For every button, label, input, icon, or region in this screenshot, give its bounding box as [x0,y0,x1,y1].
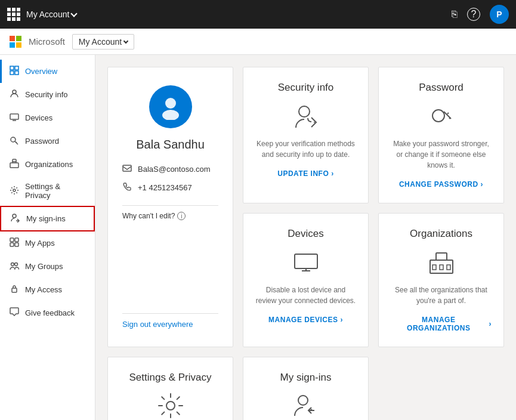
sidebar-item-my-access[interactable]: My Access [0,278,95,301]
manage-organizations-link[interactable]: MANAGE ORGANIZATIONS › [391,316,492,332]
manage-devices-link[interactable]: MANAGE DEVICES › [268,316,343,324]
manage-organizations-arrow: › [489,320,492,328]
security-info-title: Security info [278,82,334,94]
svg-point-16 [15,263,18,266]
sidebar-item-password[interactable]: Password [0,129,95,153]
security-info-icon [291,101,321,132]
security-info-icon [10,89,19,100]
account-dropdown[interactable]: My Account [26,10,76,19]
update-info-arrow: › [331,169,334,178]
sidebar-my-access-label: My Access [25,285,62,294]
sub-account-chevron-icon [123,38,128,43]
sidebar-item-give-feedback[interactable]: Give feedback [0,301,95,325]
profile-avatar [149,85,192,128]
top-bar: My Account ⎘ ? P [0,0,516,29]
svg-rect-25 [430,260,453,273]
svg-point-18 [165,98,176,109]
settings-card-icon [156,391,186,420]
profile-card: Bala Sandhu BalaS@contoso.com +1 4251234… [107,67,233,347]
account-name-label: My Account [26,10,69,19]
layout: Overview Security info Devices Password [0,55,516,420]
sidebar-item-my-sign-ins[interactable]: My sign-ins [0,206,95,231]
give-feedback-icon [10,307,19,319]
user-avatar[interactable]: P [490,5,509,24]
profile-phone: +1 4251234567 [138,183,192,192]
svg-rect-3 [15,71,18,75]
top-bar-right: ⎘ ? P [452,5,509,24]
sidebar-settings-label: Settings & Privacy [25,182,85,200]
devices-icon [10,112,19,123]
svg-rect-20 [123,165,131,171]
microsoft-brand-label: Microsoft [29,36,65,47]
svg-rect-2 [10,71,14,75]
sidebar-item-security-info[interactable]: Security info [0,83,95,106]
svg-rect-0 [10,66,14,70]
sidebar-item-organizations[interactable]: Organizations [0,153,95,176]
change-password-arrow: › [481,180,484,189]
cards-grid: Bala Sandhu BalaS@contoso.com +1 4251234… [107,67,504,420]
avatar-icon [157,94,184,120]
help-icon[interactable]: ? [467,8,480,21]
profile-email-row: BalaS@contoso.com [122,163,218,175]
my-apps-icon [10,237,19,249]
svg-rect-1 [15,66,18,70]
manage-devices-arrow: › [340,316,343,324]
my-groups-icon [10,261,19,272]
my-signins-card-icon [291,391,321,420]
my-signins-card-title: My sign-ins [280,372,332,384]
svg-rect-11 [10,238,14,242]
waffle-icon[interactable] [7,8,20,21]
svg-point-4 [13,90,16,94]
change-password-link[interactable]: CHANGE PASSWORD › [399,180,483,189]
password-card-title: Password [419,82,464,94]
sidebar-my-signins-label: My sign-ins [26,214,66,223]
security-info-card: Security info Keep your verification met… [243,67,369,203]
main-content: Bala Sandhu BalaS@contoso.com +1 4251234… [95,55,516,420]
svg-point-15 [11,263,14,266]
svg-point-22 [314,122,315,123]
svg-rect-14 [15,243,18,246]
settings-privacy-card: Settings & Privacy Personalize your acco… [107,357,233,420]
sign-out-everywhere-link[interactable]: Sign out everywhere [122,320,193,329]
settings-card-title: Settings & Privacy [129,372,212,384]
svg-rect-5 [10,114,18,119]
organizations-card-desc: See all the organizations that you're a … [391,285,492,306]
password-card: Password Make your password stronger, or… [378,67,504,203]
my-signins-card: My sign-ins See when and where you've si… [243,357,369,420]
devices-card-desc: Disable a lost device and review your co… [255,285,356,306]
sidebar-my-groups-label: My Groups [25,262,63,271]
sidebar-security-info-label: Security info [25,90,68,99]
profile-email: BalaS@contoso.com [138,165,211,174]
organizations-card-title: Organizations [410,228,472,240]
svg-point-6 [11,137,16,142]
profile-phone-row: +1 4251234567 [122,182,218,193]
devices-card: Devices Disable a lost device and review… [243,213,369,347]
share-icon[interactable]: ⎘ [452,9,458,20]
svg-point-23 [432,110,444,122]
sub-header: Microsoft My Account [0,29,516,55]
sub-account-label: My Account [79,37,122,47]
sidebar-item-my-apps[interactable]: My Apps [0,231,95,255]
phone-icon [122,182,132,193]
sidebar-item-settings-privacy[interactable]: Settings & Privacy [0,176,95,206]
sidebar-item-my-groups[interactable]: My Groups [0,255,95,278]
update-info-link[interactable]: UPDATE INFO › [277,169,333,178]
sidebar-item-overview[interactable]: Overview [0,60,95,83]
info-icon: i [177,212,186,220]
sidebar-item-devices[interactable]: Devices [0,106,95,129]
svg-point-27 [166,402,175,410]
svg-rect-26 [436,253,447,260]
sidebar-give-feedback-label: Give feedback [25,308,75,317]
sub-account-button[interactable]: My Account [72,34,134,50]
why-cant-edit: Why can't I edit? i [122,212,186,220]
password-icon [10,135,19,147]
svg-point-10 [13,214,16,218]
profile-divider [122,205,218,206]
svg-rect-7 [10,163,18,168]
svg-point-21 [299,106,310,117]
svg-rect-12 [15,238,18,242]
devices-card-icon [291,247,321,279]
sidebar-organizations-label: Organizations [25,160,73,169]
overview-icon [10,66,19,77]
my-sign-ins-icon [11,213,20,224]
